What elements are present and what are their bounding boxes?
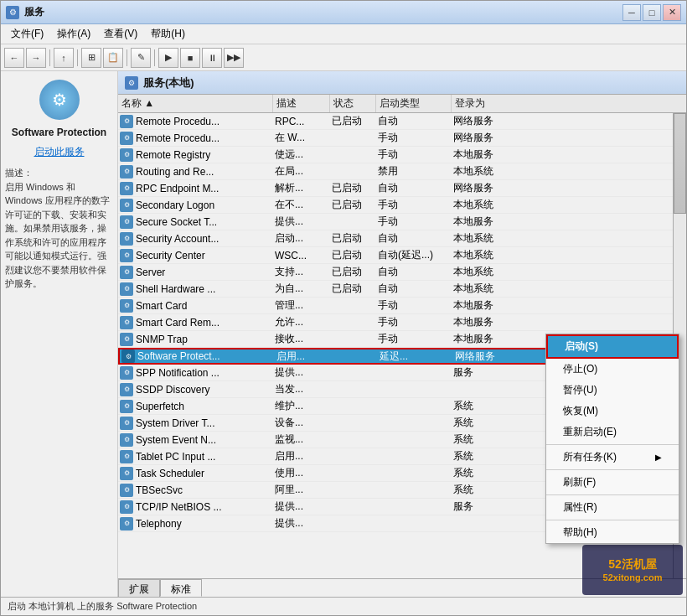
row-login: 本地服务 xyxy=(452,298,535,313)
row-startup: 手动 xyxy=(376,215,452,229)
row-login: 网络服务 xyxy=(453,349,537,364)
show-hide-button[interactable]: ⊞ xyxy=(81,48,101,68)
services-header-title: 服务(本地) xyxy=(143,75,194,91)
toolbar-separator-1 xyxy=(49,49,50,66)
col-header-status[interactable]: 状态 xyxy=(330,95,376,112)
row-startup: 手动 xyxy=(376,198,452,212)
row-login: 本地系统 xyxy=(452,248,535,262)
copy-button[interactable]: 📋 xyxy=(103,48,123,68)
pause-service-button[interactable]: ⏸ xyxy=(202,48,222,68)
row-desc: 允许... xyxy=(273,315,330,329)
service-icon: ⚙ xyxy=(39,80,80,120)
title-bar: ⚙ 服务 ─ □ ✕ xyxy=(1,1,686,24)
minimize-button[interactable]: ─ xyxy=(622,4,641,21)
up-button[interactable]: ↑ xyxy=(54,48,74,68)
table-row[interactable]: ⚙Security Account... 启动... 已启动 自动 本地系统 xyxy=(118,230,686,247)
row-desc: WSC... xyxy=(273,250,330,261)
watermark-line1: 52活机屋 xyxy=(608,557,657,572)
row-desc: 为自... xyxy=(273,282,330,296)
menu-view[interactable]: 查看(V) xyxy=(97,25,144,43)
back-button[interactable]: ← xyxy=(4,48,24,68)
row-login: 服务 xyxy=(452,365,535,380)
ctx-resume[interactable]: 恢复(M) xyxy=(546,401,679,422)
ctx-properties[interactable]: 属性(R) xyxy=(546,497,679,518)
table-row[interactable]: ⚙Remote Procedu... 在 W... 手动 网络服务 xyxy=(118,130,686,147)
start-service-button[interactable]: ▶ xyxy=(158,48,178,68)
ctx-help[interactable]: 帮助(H) xyxy=(546,522,679,543)
col-header-desc[interactable]: 描述 xyxy=(273,95,330,112)
toolbar-separator-4 xyxy=(154,49,155,66)
row-desc: 解析... xyxy=(273,181,330,195)
row-login: 网络服务 xyxy=(452,114,535,128)
row-name: ⚙Secondary Logon xyxy=(118,199,273,212)
table-row[interactable]: ⚙Shell Hardware ... 为自... 已启动 自动 本地系统 xyxy=(118,281,686,298)
col-header-login[interactable]: 登录为 xyxy=(452,95,535,112)
menu-file[interactable]: 文件(F) xyxy=(4,25,50,43)
row-desc: 启动... xyxy=(273,231,330,246)
service-description: 描述： 启用 Windows 和 Windows 应用程序的数字许可证的下载、安… xyxy=(5,166,113,291)
row-name: ⚙SNMP Trap xyxy=(118,333,273,346)
row-status: 已启动 xyxy=(330,181,376,195)
row-startup: 自动 xyxy=(376,181,452,195)
table-row[interactable]: ⚙Routing and Re... 在局... 禁用 本地系统 xyxy=(118,163,686,180)
table-row[interactable]: ⚙Smart Card Rem... 允许... 手动 本地服务 xyxy=(118,314,686,331)
services-header-icon: ⚙ xyxy=(125,76,138,90)
scrollbar-thumb[interactable] xyxy=(674,113,686,214)
start-service-link[interactable]: 启动此服务 xyxy=(34,145,85,159)
services-header: ⚙ 服务(本地) xyxy=(118,71,686,95)
row-name: ⚙Smart Card xyxy=(118,299,273,313)
window-icon: ⚙ xyxy=(6,6,19,19)
row-login: 本地系统 xyxy=(452,231,535,246)
row-login: 系统 xyxy=(452,416,535,430)
ctx-arrow-icon: ▶ xyxy=(655,453,662,462)
ctx-all-tasks[interactable]: 所有任务(K) ▶ xyxy=(546,447,679,468)
row-desc: 监视... xyxy=(273,432,330,447)
row-desc: 接收... xyxy=(273,332,330,346)
menu-action[interactable]: 操作(A) xyxy=(50,25,97,43)
col-header-startup[interactable]: 启动类型 xyxy=(376,95,452,112)
maximize-button[interactable]: □ xyxy=(643,4,661,21)
row-status: 已启动 xyxy=(330,114,376,128)
row-name: ⚙Server xyxy=(118,266,273,279)
row-status: 已启动 xyxy=(330,231,376,246)
status-text: 启动 本地计算机 上的服务 Software Protection xyxy=(8,600,197,613)
row-login: 系统 xyxy=(452,399,535,413)
row-desc: 启用... xyxy=(273,449,330,463)
menu-help[interactable]: 帮助(H) xyxy=(144,25,192,43)
row-name: ⚙Secure Socket T... xyxy=(118,215,273,229)
left-panel: ⚙ Software Protection 启动此服务 描述： 启用 Windo… xyxy=(1,71,118,597)
row-desc: 提供... xyxy=(273,500,330,514)
table-container: 名称 ▲ 描述 状态 启动类型 登录为 ⚙Remote Procedu... R… xyxy=(118,95,686,578)
table-row[interactable]: ⚙Smart Card 管理... 手动 本地服务 xyxy=(118,298,686,314)
window-controls: ─ □ ✕ xyxy=(622,4,681,21)
row-name: ⚙Remote Registry xyxy=(118,148,273,162)
table-row[interactable]: ⚙Secondary Logon 在不... 已启动 手动 本地系统 xyxy=(118,197,686,214)
row-desc: 使用... xyxy=(273,466,330,480)
ctx-stop[interactable]: 停止(O) xyxy=(546,359,679,380)
table-header: 名称 ▲ 描述 状态 启动类型 登录为 xyxy=(118,95,686,113)
restart-service-button[interactable]: ▶▶ xyxy=(224,48,244,68)
row-desc: 阿里... xyxy=(273,483,330,497)
close-button[interactable]: ✕ xyxy=(663,4,681,21)
col-header-name[interactable]: 名称 ▲ xyxy=(118,95,273,112)
row-startup: 自动 xyxy=(376,282,452,296)
ctx-restart[interactable]: 重新启动(E) xyxy=(546,422,679,443)
table-row[interactable]: ⚙Server 支持... 已启动 自动 本地系统 xyxy=(118,264,686,281)
table-row[interactable]: ⚙Security Center WSC... 已启动 自动(延迟...) 本地… xyxy=(118,247,686,264)
table-row[interactable]: ⚙Remote Registry 使远... 手动 本地服务 xyxy=(118,147,686,163)
tab-expand[interactable]: 扩展 xyxy=(118,579,160,597)
table-row[interactable]: ⚙Secure Socket T... 提供... 手动 本地服务 xyxy=(118,214,686,230)
stop-service-button[interactable]: ■ xyxy=(180,48,200,68)
ctx-start[interactable]: 启动(S) xyxy=(546,334,679,359)
ctx-refresh[interactable]: 刷新(F) xyxy=(546,472,679,493)
ctx-pause[interactable]: 暂停(U) xyxy=(546,380,679,401)
row-desc: 当发... xyxy=(273,382,330,396)
table-row[interactable]: ⚙Remote Procedu... RPC... 已启动 自动 网络服务 xyxy=(118,113,686,130)
tab-standard[interactable]: 标准 xyxy=(160,579,202,597)
forward-button[interactable]: → xyxy=(26,48,46,68)
context-menu: 启动(S) 停止(O) 暂停(U) 恢复(M) 重新启动(E) xyxy=(545,334,679,544)
row-status: 已启动 xyxy=(330,282,376,296)
row-login: 网络服务 xyxy=(452,181,535,195)
properties-button[interactable]: ✎ xyxy=(131,48,151,68)
table-row[interactable]: ⚙RPC Endpoint M... 解析... 已启动 自动 网络服务 xyxy=(118,180,686,197)
